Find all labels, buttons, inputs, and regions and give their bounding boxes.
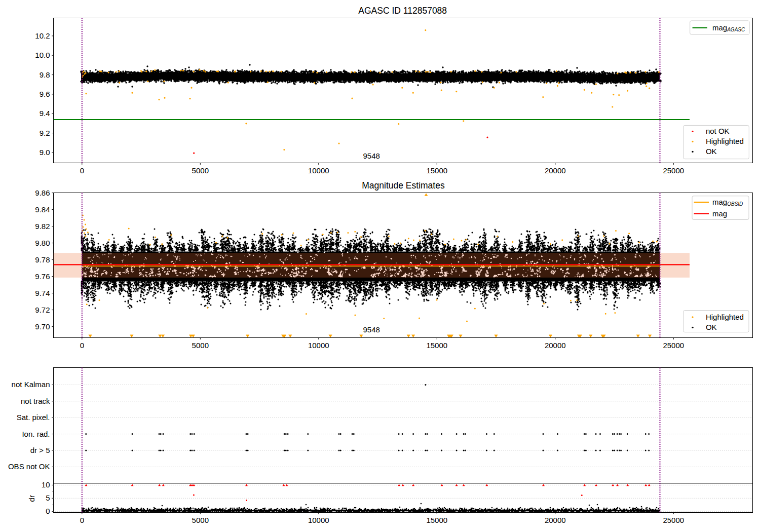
svg-text:10: 10: [42, 480, 50, 489]
svg-text:9.72: 9.72: [35, 306, 50, 314]
svg-text:Sat. pixel.: Sat. pixel.: [17, 413, 50, 422]
svg-text:not track: not track: [21, 397, 50, 405]
svg-text:9548: 9548: [363, 325, 380, 334]
svg-text:5000: 5000: [192, 516, 209, 524]
svg-text:5000: 5000: [192, 341, 209, 350]
svg-text:15000: 15000: [426, 166, 447, 175]
svg-text:9.0: 9.0: [40, 148, 50, 157]
svg-text:9.4: 9.4: [40, 109, 50, 118]
svg-text:10000: 10000: [308, 341, 329, 350]
svg-text:0: 0: [80, 166, 84, 175]
svg-text:5: 5: [46, 493, 50, 502]
svg-text:0: 0: [80, 516, 84, 524]
svg-text:not Kalman: not Kalman: [12, 380, 50, 389]
svg-text:9.80: 9.80: [35, 239, 50, 247]
svg-text:20000: 20000: [545, 341, 566, 350]
svg-text:Highlighted: Highlighted: [706, 313, 744, 321]
svg-text:Ion. rad.: Ion. rad.: [22, 430, 50, 438]
svg-text:10000: 10000: [308, 166, 329, 175]
svg-text:25000: 25000: [663, 166, 684, 175]
svg-text:mag: mag: [712, 209, 727, 218]
svg-text:10000: 10000: [308, 516, 329, 524]
svg-text:20000: 20000: [545, 166, 566, 175]
svg-text:15000: 15000: [426, 516, 447, 524]
svg-text:10.0: 10.0: [35, 51, 50, 59]
svg-text:9.6: 9.6: [40, 90, 50, 98]
svg-text:25000: 25000: [663, 341, 684, 350]
svg-text:9.8: 9.8: [40, 70, 50, 79]
svg-text:9.76: 9.76: [35, 272, 50, 281]
svg-text:OK: OK: [706, 147, 717, 156]
svg-text:9.84: 9.84: [35, 205, 50, 214]
svg-text:0: 0: [80, 341, 84, 350]
svg-text:OBS not OK: OBS not OK: [8, 462, 50, 471]
svg-text:9.86: 9.86: [35, 188, 50, 197]
svg-text:9548: 9548: [363, 151, 380, 160]
svg-text:OK: OK: [706, 323, 717, 331]
svg-text:dr > 5: dr > 5: [30, 446, 50, 454]
svg-text:9.74: 9.74: [35, 289, 50, 297]
svg-text:10.2: 10.2: [35, 31, 50, 40]
svg-text:Highlighted: Highlighted: [706, 137, 744, 145]
svg-text:20000: 20000: [545, 516, 566, 524]
svg-text:25000: 25000: [663, 516, 684, 524]
svg-text:5000: 5000: [192, 166, 209, 175]
svg-text:0: 0: [46, 507, 50, 515]
svg-text:9.2: 9.2: [40, 129, 50, 137]
svg-text:not OK: not OK: [706, 127, 730, 135]
svg-text:9.70: 9.70: [35, 322, 50, 331]
svg-text:15000: 15000: [426, 341, 447, 350]
svg-text:AGASC ID 112857088: AGASC ID 112857088: [358, 6, 447, 16]
svg-text:dr: dr: [27, 495, 36, 502]
svg-text:Magnitude Estimates: Magnitude Estimates: [362, 180, 445, 191]
svg-text:9.82: 9.82: [35, 222, 50, 231]
svg-text:9.78: 9.78: [35, 255, 50, 264]
